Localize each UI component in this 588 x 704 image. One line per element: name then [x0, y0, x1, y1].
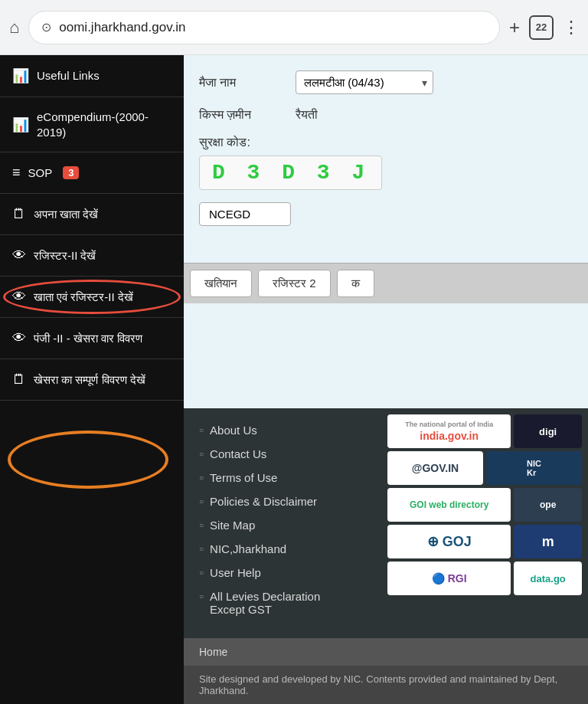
footer-links-col: ○ About Us ○ Contact Us ○ Terms of Use ○… [184, 408, 381, 638]
register2-button[interactable]: रजिस्टर 2 [258, 270, 331, 297]
kisam-label: किस्म ज़मीन [199, 108, 283, 122]
sidebar-item-sop[interactable]: ≡ SOP 3 [0, 152, 184, 194]
home-label: Home [199, 646, 227, 658]
sidebar-label-ecompendium: eCompendium-(2000-2019) [37, 110, 172, 139]
bullet-icon: ○ [199, 426, 204, 434]
bullet-icon-8: ○ [199, 592, 204, 601]
logo-open[interactable]: ope [514, 488, 582, 522]
logo-goi-directory[interactable]: GOI web directory [387, 488, 511, 522]
data-gov-text: data.go [531, 573, 566, 584]
mauja-select[interactable]: ललमटीआ (04/43) [296, 70, 433, 94]
sidebar-item-useful-links[interactable]: 📊 Useful Links [0, 55, 184, 97]
sidebar-label-sop: SOP [28, 165, 53, 181]
logo-nic[interactable]: NICKr [486, 451, 582, 485]
footer-policies-label: Policies & Disclaimer [210, 495, 317, 508]
sidebar-label-useful-links: Useful Links [37, 68, 100, 83]
khatiyan-button[interactable]: खतियान [190, 270, 252, 297]
footer-menu: ○ About Us ○ Contact Us ○ Terms of Use ○… [184, 408, 588, 704]
sop-badge: 3 [63, 166, 79, 179]
footer-site-info: Site designed and developed by NIC. Cont… [184, 666, 588, 704]
bar-chart-icon: 📊 [12, 67, 29, 84]
sidebar-item-panji2[interactable]: 👁 पंजी -II - खेसरा वार विवरण [0, 318, 184, 359]
goi-text: GOI web directory [410, 499, 488, 510]
sidebar-item-register2-dekhe[interactable]: 👁 रजिस्टर-II देखें [0, 235, 184, 277]
logo-india-gov[interactable]: The national portal of India india.gov.i… [387, 414, 511, 448]
sidebar: 📊 Useful Links 📊 eCompendium-(2000-2019)… [0, 55, 184, 704]
action-buttons-row: खतियान रजिस्टर 2 क [184, 263, 588, 303]
sidebar-item-khata-register[interactable]: 👁 खाता एवं रजिस्टर-II देखें [0, 277, 184, 318]
other-button[interactable]: क [337, 270, 374, 297]
compendium-icon: 📊 [12, 116, 29, 133]
sidebar-label-khasra-detail: खेसरा का सम्पूर्ण विवरण देखें [34, 372, 145, 388]
logo-row-5: 🔵 RGI data.go [387, 562, 582, 595]
sidebar-label-apna-khata: अपना खाता देखें [34, 207, 98, 222]
footer-link-terms[interactable]: ○ Terms of Use [199, 471, 366, 484]
logo-rgi[interactable]: 🔵 RGI [387, 562, 511, 595]
logo-row-3: GOI web directory ope [387, 488, 582, 522]
footer-link-levies[interactable]: ○ All Levies DeclarationExcept GST [199, 590, 366, 616]
logo-digi[interactable]: digi [514, 414, 582, 448]
logo-row-2: @GOV.IN NICKr [387, 451, 582, 485]
notebook-icon: 🗒 [12, 206, 26, 222]
footer-link-policies[interactable]: ○ Policies & Disclaimer [199, 495, 366, 508]
sidebar-label-khata-register: खाता एवं रजिस्टर-II देखें [34, 290, 133, 305]
bullet-icon-5: ○ [199, 521, 204, 529]
form-section: मैजा नाम ललमटीआ (04/43) ▾ किस्म ज़मीन रै… [184, 55, 588, 255]
captcha-image: D 3 D 3 J [199, 156, 382, 190]
eye-icon-3: 👁 [12, 330, 26, 346]
india-gov-subtitle: The national portal of India [405, 421, 493, 428]
m-text: m [542, 534, 554, 550]
sidebar-item-khasra-detail[interactable]: 🗒 खेसरा का सम्पूर्ण विवरण देखें [0, 359, 184, 401]
logo-m[interactable]: m [514, 525, 582, 558]
sidebar-label-panji2: पंजी -II - खेसरा वार विवरण [34, 331, 142, 346]
rgi-text: 🔵 RGI [432, 572, 467, 584]
url-bar[interactable]: ⊙ oomi.jharkhand.gov.in [28, 11, 500, 44]
main-wrapper: 📊 Useful Links 📊 eCompendium-(2000-2019)… [0, 55, 588, 704]
sidebar-item-ecompendium[interactable]: 📊 eCompendium-(2000-2019) [0, 97, 184, 152]
nic-text: NICKr [527, 459, 541, 477]
footer-home-bar[interactable]: Home [184, 638, 588, 666]
footer-user-help-label: User Help [210, 566, 261, 579]
footer-link-user-help[interactable]: ○ User Help [199, 566, 366, 579]
logo-gov-in[interactable]: @GOV.IN [387, 451, 483, 485]
list-icon: ≡ [12, 165, 21, 181]
logo-goj[interactable]: ⊕ GOJ [387, 525, 511, 558]
footer-logos-col: The national portal of India india.gov.i… [381, 408, 588, 638]
footer-nic-label: NIC,Jharkhand [210, 542, 286, 555]
bullet-icon-4: ○ [199, 497, 204, 506]
mauja-select-wrapper: ललमटीआ (04/43) ▾ [296, 70, 433, 94]
footer-link-nic[interactable]: ○ NIC,Jharkhand [199, 542, 366, 555]
footer-link-contact-us[interactable]: ○ Contact Us [199, 447, 366, 460]
footer-contact-label: Contact Us [210, 447, 266, 460]
india-gov-text: india.gov.in [420, 430, 479, 442]
bullet-icon-2: ○ [199, 450, 204, 458]
footer-link-sitemap[interactable]: ○ Site Map [199, 519, 366, 532]
bullet-icon-7: ○ [199, 568, 204, 577]
footer-link-about-us[interactable]: ○ About Us [199, 424, 366, 437]
captcha-label: सुरक्षा कोड: [199, 136, 250, 149]
url-icon: ⊙ [41, 20, 51, 34]
notebook-icon-2: 🗒 [12, 372, 26, 388]
new-tab-button[interactable]: + [509, 17, 520, 38]
tab-switcher[interactable]: 22 [529, 15, 554, 40]
footer-sitemap-label: Site Map [210, 519, 255, 532]
footer-top: ○ About Us ○ Contact Us ○ Terms of Use ○… [184, 408, 588, 638]
browser-chrome: ⌂ ⊙ oomi.jharkhand.gov.in + 22 ⋮ [0, 0, 588, 55]
kisam-value: रैयती [296, 108, 318, 122]
eye-icon-2: 👁 [12, 289, 26, 305]
footer-terms-label: Terms of Use [210, 471, 277, 484]
browser-menu-button[interactable]: ⋮ [563, 18, 579, 38]
kisam-row: किस्म ज़मीन रैयती [199, 108, 573, 122]
sidebar-item-apna-khata[interactable]: 🗒 अपना खाता देखें [0, 194, 184, 235]
footer-about-label: About Us [210, 424, 257, 437]
captcha-row: सुरक्षा कोड: D 3 D 3 J [199, 136, 573, 226]
logo-data-gov[interactable]: data.go [514, 562, 582, 595]
bullet-icon-3: ○ [199, 473, 204, 482]
captcha-input[interactable] [199, 202, 291, 226]
digi-text: digi [539, 426, 557, 437]
logo-row-1: The national portal of India india.gov.i… [387, 414, 582, 448]
gov-in-text: @GOV.IN [412, 462, 459, 474]
url-text: oomi.jharkhand.gov.in [59, 20, 487, 35]
mauja-row: मैजा नाम ललमटीआ (04/43) ▾ [199, 70, 573, 94]
home-button[interactable]: ⌂ [9, 18, 19, 38]
